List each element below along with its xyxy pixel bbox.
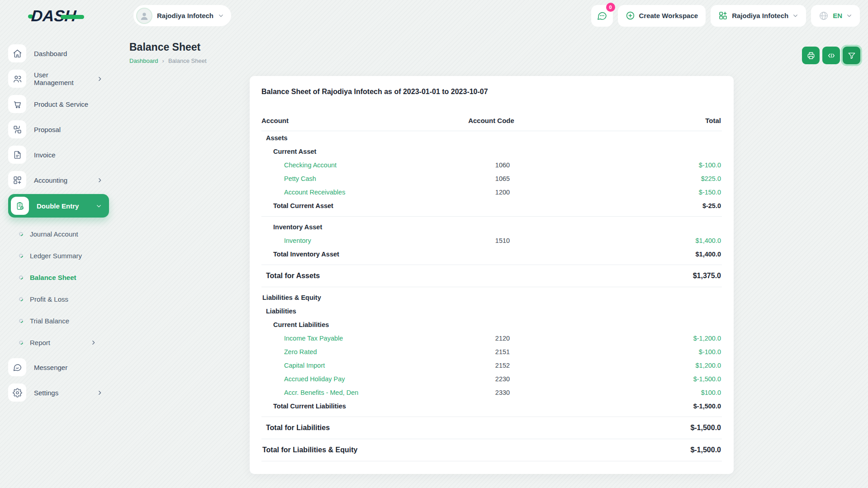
- account-cell: Assets: [261, 134, 426, 142]
- sidebar-item-messenger[interactable]: Messenger: [8, 356, 115, 379]
- filter-button[interactable]: [843, 47, 860, 64]
- account-code-cell: 1065: [435, 175, 570, 182]
- account-cell: Inventory: [261, 237, 435, 244]
- app-logo[interactable]: DASH: [28, 7, 76, 25]
- account-link[interactable]: Inventory: [284, 237, 311, 244]
- account-cell: Income Tax Payable: [261, 335, 435, 342]
- table-divider: [261, 287, 722, 287]
- account-link[interactable]: Account Receivables: [284, 189, 345, 196]
- header-right-controls: 0 Create Workspace Rajodiya Infotech EN: [591, 5, 860, 27]
- print-button[interactable]: [802, 47, 820, 64]
- account-link[interactable]: Checking Account: [284, 161, 337, 169]
- total-cell: $1,375.0: [561, 272, 722, 280]
- sidebar-item-label: Invoice: [34, 151, 56, 159]
- account-cell: Total for Liabilities & Equity: [261, 446, 424, 454]
- sidebar-subitem-label: Profit & Loss: [30, 295, 68, 303]
- table-row: Assets: [261, 131, 722, 145]
- table-row: Total Current Liabilities$-1,500.0: [261, 399, 722, 413]
- sidebar-item-label: Settings: [34, 389, 58, 397]
- gear-icon: [8, 384, 26, 402]
- account-link[interactable]: Income Tax Payable: [284, 335, 343, 342]
- sidebar-item-dashboard[interactable]: Dashboard: [8, 42, 115, 65]
- table-row: Accr. Benefits - Med, Den2330$100.0: [261, 386, 722, 399]
- workspace-selector-label: Rajodiya Infotech: [732, 12, 788, 19]
- person-icon: [139, 10, 150, 21]
- balance-sheet-table: Account Account Code Total AssetsCurrent…: [261, 117, 722, 461]
- avatar: [136, 8, 152, 24]
- language-code: EN: [833, 12, 842, 19]
- table-row: Current Liabilities: [261, 318, 722, 332]
- account-link[interactable]: Petty Cash: [284, 175, 316, 182]
- chat-bubble-icon: [597, 10, 607, 21]
- total-cell: $-100.0: [570, 348, 722, 355]
- top-bar: DASH Rajodiya Infotech 0 Create Workspac…: [0, 0, 868, 31]
- sidebar: Dashboard User Management Product & Serv…: [0, 31, 115, 407]
- column-header-account: Account: [261, 117, 423, 124]
- proposal-icon: [8, 120, 26, 138]
- messages-button[interactable]: 0: [591, 5, 613, 27]
- export-button[interactable]: [822, 47, 840, 64]
- sidebar-subitem-profit-loss[interactable]: Profit & Loss: [11, 288, 115, 310]
- cart-icon: [8, 95, 26, 113]
- table-divider: [261, 439, 722, 439]
- bullet-icon: [18, 231, 24, 237]
- sidebar-item-label: Double Entry: [37, 202, 79, 210]
- account-cell: Current Asset: [261, 148, 429, 155]
- sidebar-item-label: Dashboard: [34, 50, 67, 57]
- sidebar-item-user-management[interactable]: User Management: [8, 67, 115, 90]
- sidebar-item-double-entry[interactable]: Double Entry: [8, 194, 109, 218]
- home-icon: [8, 44, 26, 62]
- breadcrumb: Dashboard › Balance Sheet: [129, 57, 859, 64]
- total-cell: $225.0: [570, 175, 722, 182]
- workspace-selector[interactable]: Rajodiya Infotech: [711, 5, 806, 27]
- sidebar-item-label: Accounting: [34, 176, 67, 184]
- account-link[interactable]: Accrued Holiday Pay: [284, 375, 345, 383]
- sidebar-item-invoice[interactable]: Invoice: [8, 143, 115, 166]
- account-cell: Total Current Liabilities: [261, 403, 429, 410]
- workspace-grid-icon: [718, 11, 728, 20]
- sidebar-item-label: Product & Service: [34, 100, 88, 108]
- table-divider: [261, 265, 722, 265]
- sidebar-item-product-service[interactable]: Product & Service: [8, 93, 115, 115]
- chevron-right-icon: [97, 177, 103, 183]
- chevron-down-icon: [218, 13, 224, 19]
- sidebar-subitem-report[interactable]: Report: [11, 332, 115, 353]
- account-cell: Zero Rated: [261, 348, 435, 355]
- total-cell: $-25.0: [565, 202, 722, 209]
- table-row: Total for Liabilities$-1,500.0: [261, 421, 722, 435]
- account-cell: Capital Import: [261, 362, 435, 369]
- account-link[interactable]: Accr. Benefits - Med, Den: [284, 389, 358, 396]
- sidebar-item-label: User Management: [34, 71, 89, 86]
- total-cell: $100.0: [570, 389, 722, 396]
- language-selector[interactable]: EN: [811, 5, 860, 27]
- users-icon: [8, 70, 26, 88]
- double-entry-icon: [11, 197, 29, 215]
- logo-wrap: DASH: [0, 7, 115, 25]
- sidebar-item-label: Messenger: [34, 364, 67, 371]
- sidebar-subitem-balance-sheet[interactable]: Balance Sheet: [11, 266, 115, 288]
- table-row: Total for Assets$1,375.0: [261, 269, 722, 283]
- sidebar-subitem-ledger-summary[interactable]: Ledger Summary: [11, 245, 115, 266]
- sidebar-subitem-journal-account[interactable]: Journal Account: [11, 223, 115, 245]
- account-link[interactable]: Capital Import: [284, 362, 325, 369]
- page-header: Balance Sheet Dashboard › Balance Sheet: [115, 31, 868, 64]
- chevron-right-icon: [97, 390, 103, 396]
- sidebar-item-accounting[interactable]: Accounting: [8, 169, 115, 191]
- total-cell: $-1,500.0: [561, 424, 722, 432]
- table-row: Accrued Holiday Pay2230$-1,500.0: [261, 372, 722, 386]
- sidebar-subitem-trial-balance[interactable]: Trial Balance: [11, 310, 115, 332]
- printer-icon: [807, 52, 815, 60]
- sidebar-item-proposal[interactable]: Proposal: [8, 118, 115, 141]
- user-workspace-pill[interactable]: Rajodiya Infotech: [133, 5, 231, 26]
- sidebar-item-settings[interactable]: Settings: [8, 381, 115, 404]
- breadcrumb-dashboard-link[interactable]: Dashboard: [129, 57, 158, 64]
- create-workspace-button[interactable]: Create Workspace: [618, 5, 706, 27]
- main-content: Balance Sheet Dashboard › Balance Sheet …: [115, 31, 868, 488]
- table-divider: [261, 417, 722, 417]
- table-divider: [261, 461, 722, 461]
- sidebar-item-label: Proposal: [34, 126, 61, 133]
- bullet-icon: [18, 296, 24, 302]
- total-cell: $-100.0: [570, 161, 722, 169]
- account-code-cell: 1510: [435, 237, 570, 244]
- account-link[interactable]: Zero Rated: [284, 348, 317, 355]
